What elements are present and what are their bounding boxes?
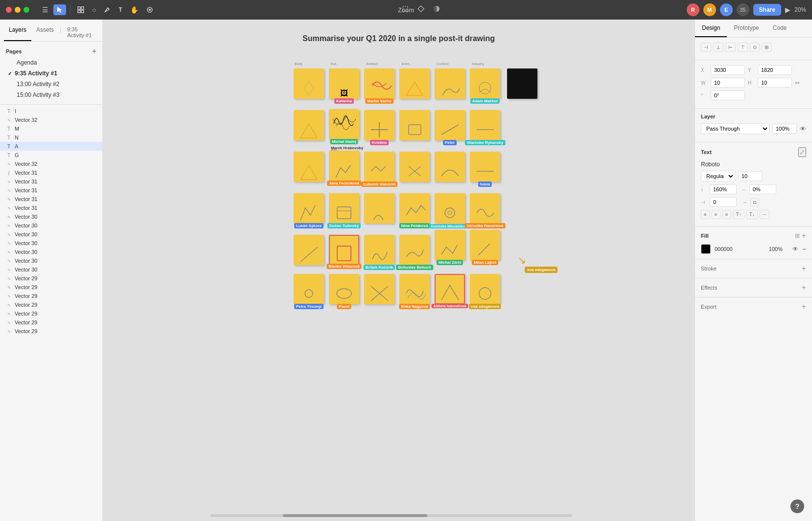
align-bottom[interactable]: ⊞ (762, 43, 771, 52)
sticky-note[interactable]: Milan Lajtoš (470, 230, 500, 260)
fill-color-swatch[interactable] (701, 244, 711, 254)
sticky-note-red-border-2[interactable]: Alžbeta Ivanovičová (435, 274, 465, 304)
canvas[interactable]: Summarise your Q1 2020 in a single post-… (103, 20, 695, 521)
sticky-note-red-border[interactable]: Blanka Votavová (329, 235, 359, 265)
export-add-button[interactable]: + (802, 302, 806, 311)
sticky-note[interactable] (294, 68, 324, 99)
sticky-note[interactable]: Nina Poláková (399, 193, 430, 224)
layer-item[interactable]: TG (0, 151, 102, 159)
sticky-note[interactable]: Jana Fecenková (329, 151, 359, 181)
layer-item[interactable]: ∿Vector 29 (0, 327, 102, 336)
page-activity-3[interactable]: 15:00 Activity #3 (4, 90, 98, 100)
w-input[interactable] (711, 78, 745, 88)
sticky-note[interactable]: Dominika Mikulášiková (435, 193, 465, 224)
sticky-note[interactable]: eva odzganova (470, 274, 500, 304)
font-style-select[interactable]: Regular (701, 171, 735, 181)
letter-spacing-input[interactable] (749, 184, 776, 194)
tab-activity[interactable]: 9:35 Activity #1 (62, 23, 98, 41)
text-expand-button[interactable]: ⤢ (798, 147, 806, 157)
opacity-input[interactable] (772, 124, 797, 134)
page-activity-2[interactable]: 13:00 Activity #2 (4, 79, 98, 90)
sticky-note[interactable]: Erika Nagyová (399, 274, 430, 304)
theme-tool[interactable] (431, 3, 442, 17)
layer-item[interactable]: ∿Vector 29 (0, 318, 102, 327)
traffic-light-green[interactable] (23, 7, 29, 13)
align-right[interactable]: ⊢ (725, 43, 736, 52)
layer-item[interactable]: ∿Vector 29 (0, 300, 102, 309)
pen-tool[interactable] (101, 4, 114, 15)
sticky-note[interactable]: Lukáš Sýkora (294, 193, 324, 224)
stroke-add-button[interactable]: + (802, 264, 806, 273)
sticky-note[interactable]: Dušan Tužinský (329, 193, 359, 224)
layer-item[interactable]: ∿Vector 30 (0, 248, 102, 256)
traffic-light-yellow[interactable] (15, 7, 21, 13)
comment-tool[interactable] (143, 4, 156, 15)
fill-visibility[interactable]: 👁 (792, 246, 798, 252)
layer-item[interactable]: ∿Vector 32 (0, 159, 102, 168)
fill-plus-button[interactable]: + (802, 231, 806, 240)
layer-item[interactable]: ∿Vector 29 (0, 283, 102, 292)
sticky-note[interactable]: Martin Vacho (364, 68, 394, 99)
page-agenda[interactable]: Agenda (4, 57, 98, 68)
component-tool[interactable] (415, 3, 427, 17)
sticky-note[interactable]: Adam Mačkor (470, 68, 500, 99)
sticky-note[interactable]: Bohuslav Beňuch (399, 235, 430, 265)
h-input[interactable] (758, 78, 792, 88)
frame-tool[interactable] (74, 4, 87, 15)
layer-item[interactable]: ∿Vector 31 (0, 204, 102, 212)
sticky-note[interactable]: Pavol (329, 274, 359, 304)
layer-item[interactable]: ∿Vector 30 (0, 239, 102, 248)
align-center-v[interactable]: ⊙ (750, 43, 760, 52)
sticky-note[interactable] (364, 274, 394, 304)
layer-item[interactable]: TI (0, 107, 102, 115)
layer-item[interactable]: ∿Vector 32 (0, 115, 102, 124)
select-tool[interactable] (53, 4, 66, 15)
sticky-note[interactable]: Stanislav Rykanský (470, 110, 500, 140)
sticky-note[interactable] (399, 152, 430, 182)
text-align-center[interactable]: ≡ (712, 210, 720, 219)
sticky-note[interactable] (364, 193, 394, 224)
canvas-scrollbar[interactable] (210, 514, 572, 517)
sticky-note[interactable]: Brišek Kočúrik (364, 235, 394, 265)
tab-layers[interactable]: Layers (4, 23, 31, 41)
text-more[interactable]: ··· (760, 210, 769, 219)
fill-add-button[interactable]: ⊞ (795, 231, 800, 240)
layer-item[interactable]: ∿Vector 30 (0, 212, 102, 221)
x-input[interactable] (711, 65, 745, 75)
hand-tool[interactable]: ✋ (127, 4, 141, 16)
text-align-right[interactable]: ≡ (722, 210, 731, 219)
sticky-note[interactable]: Ľubomír Halabrin (364, 152, 394, 182)
menu-button[interactable]: ☰ (39, 4, 51, 16)
panel-tab-code[interactable]: Code (766, 20, 794, 37)
sticky-note[interactable] (399, 110, 430, 140)
panel-tab-prototype[interactable]: Prototype (727, 20, 766, 37)
layer-item-selected[interactable]: TA (0, 142, 102, 151)
align-left[interactable]: ⊣ (701, 43, 711, 52)
layer-item[interactable]: ∿Vector 30 (0, 265, 102, 274)
sticky-scribble[interactable]: Michal blažej (329, 109, 359, 139)
indent-input[interactable] (710, 197, 737, 207)
sticky-note-black[interactable] (507, 68, 537, 99)
sticky-note[interactable] (399, 68, 430, 99)
sticky-note[interactable] (435, 68, 465, 99)
tab-assets[interactable]: Assets (31, 23, 59, 41)
sticky-note[interactable]: Ivana (470, 152, 500, 182)
blend-mode-select[interactable]: Pass Through (701, 123, 769, 134)
add-page-button[interactable]: + (92, 47, 96, 55)
align-center-h[interactable]: ⊥ (713, 43, 723, 52)
rotation-input[interactable] (711, 91, 745, 100)
layer-item[interactable]: TM (0, 124, 102, 133)
help-button[interactable]: ? (790, 499, 804, 513)
sticky-note[interactable]: Michal Záriš (435, 230, 465, 260)
text-align-left[interactable]: ≡ (701, 210, 710, 219)
fill-remove-button[interactable]: − (802, 245, 806, 253)
sticky-note[interactable]: Veronika Hanzelová (470, 193, 500, 224)
sticky-note[interactable]: Petra Tószegi (294, 274, 324, 304)
align-top[interactable]: ⊤ (738, 43, 748, 52)
crop-tool[interactable] (399, 3, 411, 17)
layer-item[interactable]: ∿Vector 29 (0, 274, 102, 283)
layer-item[interactable]: ∿Vector 29 (0, 292, 102, 300)
sticky-note[interactable] (294, 152, 324, 182)
play-button[interactable]: ▶ (785, 6, 790, 14)
shape-tool[interactable]: ○ (89, 4, 99, 16)
